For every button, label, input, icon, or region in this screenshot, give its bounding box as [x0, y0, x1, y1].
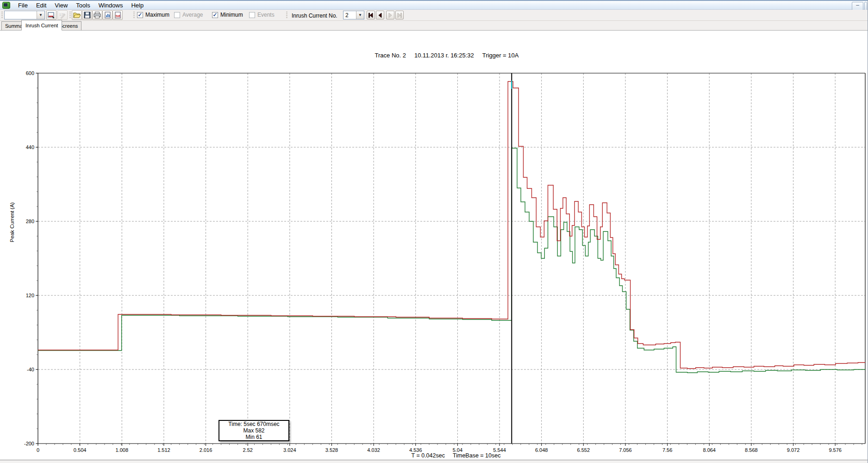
menu-item-windows[interactable]: Windows: [94, 1, 127, 10]
checkbox-label-maximum: Maximum: [145, 12, 169, 18]
nav-previous-icon: [376, 12, 384, 19]
cursor-tooltip: Time: 5sec 670msec Max 582 Min 61: [219, 420, 289, 441]
svg-text:1.512: 1.512: [157, 447, 170, 453]
toolbar: ▼ 179: [0, 10, 868, 21]
menu-item-edit[interactable]: Edit: [32, 1, 50, 10]
checkbox-box-events[interactable]: [249, 12, 255, 18]
svg-text:7.56: 7.56: [662, 447, 672, 453]
svg-text:8.064: 8.064: [703, 447, 716, 453]
menu-item-view[interactable]: View: [50, 1, 72, 10]
nav-last-button: [395, 11, 404, 19]
menu-bar-items: FileEditViewToolsWindowsHelp: [14, 1, 148, 10]
svg-text:9.072: 9.072: [787, 447, 800, 453]
export-screen-button[interactable]: [46, 10, 56, 20]
chevron-down-icon[interactable]: ▼: [356, 11, 364, 19]
toolbar-grip[interactable]: [286, 12, 287, 19]
tab-inrush-current[interactable]: Inrush Current: [21, 20, 62, 31]
inrush-number-combobox[interactable]: 2 ▼: [343, 11, 364, 19]
pencil-icon: 179: [59, 12, 66, 19]
print-button[interactable]: [92, 10, 102, 20]
tab-bar: SummaryInrush CurrentScreens: [0, 21, 868, 31]
annotate-button: 179: [57, 10, 68, 20]
inrush-number-value: 2: [343, 12, 356, 19]
svg-text:-40: -40: [27, 367, 34, 372]
svg-text:3.024: 3.024: [283, 447, 296, 453]
svg-text:txt: txt: [116, 14, 120, 18]
app-icon[interactable]: [2, 2, 10, 9]
open-folder-icon: [73, 12, 81, 19]
status-bar: [0, 460, 868, 463]
tooltip-min: Min 61: [219, 434, 288, 440]
menu-item-file[interactable]: File: [14, 1, 32, 10]
svg-text:9.576: 9.576: [829, 447, 842, 453]
tooltip-max: Max 582: [219, 427, 288, 434]
svg-text:0.504: 0.504: [74, 447, 87, 453]
svg-text:280: 280: [26, 219, 34, 224]
export-screen-icon: [48, 12, 55, 19]
open-file-button[interactable]: [72, 10, 82, 20]
checkbox-average[interactable]: Average: [174, 12, 203, 18]
svg-text:0: 0: [37, 447, 39, 453]
nav-next-button: [386, 11, 394, 19]
chart-title: Trace No. 2 10.11.2013 г. 16:25:32 Trigg…: [375, 52, 519, 59]
checkbox-box-maximum[interactable]: ✓: [137, 12, 143, 18]
nav-first-button[interactable]: [367, 11, 375, 19]
menu-item-help[interactable]: Help: [127, 1, 148, 10]
svg-text:2.52: 2.52: [243, 447, 252, 453]
printer-icon: [94, 12, 101, 19]
checkbox-box-average[interactable]: [174, 12, 180, 18]
save-button[interactable]: [82, 10, 92, 20]
svg-text:8.568: 8.568: [745, 447, 758, 453]
export-txt-icon: txt: [114, 12, 121, 19]
checkbox-minimum[interactable]: ✓Minimum: [212, 12, 243, 18]
svg-text:6.048: 6.048: [535, 447, 548, 453]
checkbox-maximum[interactable]: ✓Maximum: [137, 12, 169, 18]
toolbar-grip[interactable]: [1, 12, 3, 19]
svg-text:-200: -200: [24, 441, 34, 446]
menu-bar: FileEditViewToolsWindowsHelp –: [0, 0, 868, 10]
checkbox-events[interactable]: Events: [249, 12, 275, 18]
trace-select-combobox[interactable]: ▼: [4, 11, 45, 19]
report-page-icon: [104, 12, 111, 19]
svg-text:1.008: 1.008: [116, 447, 129, 453]
svg-text:2.016: 2.016: [200, 447, 212, 453]
svg-text:4.032: 4.032: [367, 447, 380, 453]
chevron-down-icon[interactable]: ▼: [37, 11, 44, 19]
x-axis-footer: T = 0.042sec TimeBase = 10sec: [412, 452, 501, 459]
series-maximum: [38, 81, 865, 369]
svg-text:3.528: 3.528: [325, 447, 338, 453]
export-text-button[interactable]: txt: [112, 10, 123, 20]
chart-plot[interactable]: 600440280120-40-20000.5041.0081.5122.016…: [0, 31, 868, 460]
toolbar-grip[interactable]: [69, 12, 71, 19]
maximize-button[interactable]: [864, 2, 867, 10]
svg-text:440: 440: [26, 144, 34, 150]
window-buttons: –: [852, 2, 867, 10]
nav-first-icon: [367, 12, 375, 19]
svg-text:600: 600: [26, 70, 34, 76]
nav-previous-button[interactable]: [376, 11, 384, 19]
nav-next-icon: [387, 12, 394, 19]
y-axis-label: Peak Current (A): [9, 202, 15, 242]
checkbox-box-minimum[interactable]: ✓: [212, 12, 218, 18]
nav-last-icon: [396, 12, 403, 19]
chart-area: 600440280120-40-20000.5041.0081.5122.016…: [0, 31, 868, 460]
series-minimum: [38, 148, 865, 373]
copy-report-button[interactable]: [102, 10, 112, 20]
tooltip-time: Time: 5sec 670msec: [219, 421, 288, 427]
checkbox-label-minimum: Minimum: [220, 12, 243, 18]
checkbox-label-events: Events: [257, 12, 275, 18]
inrush-current-no-label: Inrush Current No.: [292, 13, 337, 19]
svg-text:120: 120: [26, 293, 34, 298]
toolbar-grip[interactable]: [133, 12, 135, 19]
checkbox-label-average: Average: [182, 12, 203, 18]
minimize-button[interactable]: –: [852, 2, 863, 10]
menu-item-tools[interactable]: Tools: [72, 1, 94, 10]
svg-text:7.056: 7.056: [619, 447, 632, 453]
floppy-disk-icon: [84, 12, 91, 19]
svg-text:6.552: 6.552: [577, 447, 590, 453]
application-window: FileEditViewToolsWindowsHelp – ▼ 179: [0, 0, 868, 463]
